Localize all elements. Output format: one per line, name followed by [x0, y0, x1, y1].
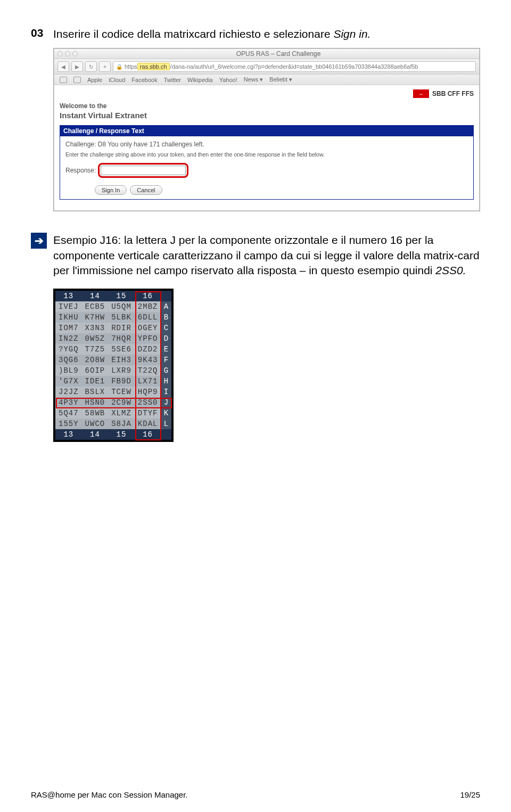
page-content: ↔ SBB CFF FFS Welcome to the Instant Vir…: [54, 85, 479, 210]
matrix-row-label: K: [161, 408, 171, 419]
signin-button[interactable]: Sign In: [95, 185, 127, 195]
matrix-cell: 155Y: [55, 419, 82, 429]
url-path: /dana-na/auth/url_8/welcome.cgi?p=defend…: [170, 63, 418, 70]
matrix-cell: IKHU: [55, 312, 82, 323]
matrix-col-footer: 16: [135, 429, 161, 440]
matrix-col-footer: 13: [55, 429, 82, 440]
challenge-text: Challenge: D8 You only have 171 challeng…: [65, 141, 468, 148]
matrix-cell: S8JA: [108, 419, 135, 429]
matrix-row-label: D: [161, 333, 171, 344]
sbb-logo-icon: ↔: [413, 89, 429, 98]
back-button[interactable]: ◀: [57, 61, 69, 72]
matrix-cell: IDE1: [82, 376, 109, 387]
bookmark-item[interactable]: News ▾: [244, 76, 263, 83]
matrix-cell: 2O8W: [82, 355, 109, 365]
matrix-cell: ECB5: [82, 301, 109, 312]
matrix-cell: TCEW: [108, 387, 135, 397]
browser-titlebar: OPUS RAS – Card Challenge: [54, 49, 479, 59]
bookmarks-icon[interactable]: [60, 77, 67, 83]
matrix-cell: 2C9W: [108, 397, 135, 408]
welcome-line2: Instant Virtual Extranet: [60, 111, 474, 120]
matrix-cell: T7Z5: [82, 344, 109, 355]
traffic-lights: [57, 51, 78, 56]
lock-icon: 🔒: [116, 64, 122, 70]
bookmark-item[interactable]: iCloud: [109, 77, 125, 83]
matrix-col-header: 13: [55, 291, 82, 301]
challenge-body: Challenge: D8 You only have 171 challeng…: [60, 136, 473, 199]
address-bar[interactable]: 🔒 https ras.sbb.ch /dana-na/auth/url_8/w…: [113, 61, 476, 72]
challenge-panel: Challenge / Response Text Challenge: D8 …: [60, 125, 474, 200]
matrix-row-label: F: [161, 355, 171, 365]
bookmark-item[interactable]: Beliebt ▾: [269, 76, 292, 83]
matrix-row-label: J: [161, 397, 171, 408]
browser-window: OPUS RAS – Card Challenge ◀ ▶ ↻ + 🔒 http…: [54, 48, 480, 211]
sbb-logo-text: SBB CFF FFS: [432, 90, 474, 97]
welcome-line1: Welcome to the: [60, 102, 474, 110]
url-host-highlight: ras.sbb.ch: [137, 63, 170, 70]
matrix-cell: 3QG6: [55, 355, 82, 365]
matrix-col-header: 15: [108, 291, 135, 301]
matrix-cell: HQP9: [135, 387, 161, 397]
matrix-cell: 5Q47: [55, 408, 82, 419]
add-button[interactable]: +: [99, 61, 111, 72]
matrix-cell: K7HW: [82, 312, 109, 323]
matrix-cell: 5SE6: [108, 344, 135, 355]
matrix-cell: UWCO: [82, 419, 109, 429]
matrix-col-footer: 14: [82, 429, 109, 440]
matrix-cell: U5QM: [108, 301, 135, 312]
matrix-cell: RDIR: [108, 323, 135, 333]
sbb-badge: ↔ SBB CFF FFS: [413, 89, 474, 98]
matrix-cell: X3N3: [82, 323, 109, 333]
step-instruction: Inserire il codice della matrixcard rich…: [53, 27, 480, 42]
matrix-cell: 58WB: [82, 408, 109, 419]
footer-left: RAS@home per Mac con Session Manager.: [31, 790, 188, 799]
bookmark-item[interactable]: Yahoo!: [219, 77, 237, 83]
matrix-cell: LX71: [135, 376, 161, 387]
footer-right: 19/25: [460, 790, 480, 799]
example-body: Esempio J16: la lettera J per la compone…: [53, 234, 480, 276]
example-text: Esempio J16: la lettera J per la compone…: [53, 233, 480, 278]
bookmark-item[interactable]: Twitter: [164, 77, 181, 83]
bookmark-item[interactable]: Facebook: [131, 77, 157, 83]
matrix-cell: 6OIP: [82, 365, 109, 376]
matrix-row-label: B: [161, 312, 171, 323]
matrix-row-label: G: [161, 365, 171, 376]
matrix-cell: EIH3: [108, 355, 135, 365]
matrixcard-table: 13141516IVEJECB5U5QM2MBZAIKHUK7HW5LBK6DL…: [55, 291, 171, 440]
matrix-cell: HSN0: [82, 397, 109, 408]
response-input-highlight: [98, 163, 188, 178]
matrix-row-label: A: [161, 301, 171, 312]
matrix-cell: IN2Z: [55, 333, 82, 344]
bookmark-item[interactable]: Apple: [87, 77, 102, 83]
matrix-cell: YPFO: [135, 333, 161, 344]
challenge-hint: Enter the challenge string above into yo…: [65, 151, 468, 158]
matrix-cell: )BL9: [55, 365, 82, 376]
cancel-button[interactable]: Cancel: [130, 185, 162, 195]
response-label: Response:: [65, 167, 96, 174]
matrix-cell: DZD2: [135, 344, 161, 355]
bookmark-item[interactable]: Wikipedia: [187, 77, 213, 83]
browser-title: OPUS RAS – Card Challenge: [81, 50, 476, 58]
browser-toolbar: ◀ ▶ ↻ + 🔒 https ras.sbb.ch /dana-na/auth…: [54, 59, 479, 75]
response-input[interactable]: [101, 166, 186, 175]
matrix-row-label: L: [161, 419, 171, 429]
matrix-col-header: 14: [82, 291, 109, 301]
matrix-cell: ?YGQ: [55, 344, 82, 355]
response-row: Response:: [65, 163, 468, 178]
matrix-cell: 7HQR: [108, 333, 135, 344]
matrix-row-label: I: [161, 387, 171, 397]
matrix-cell: 5LBK: [108, 312, 135, 323]
matrix-cell: OGEY: [135, 323, 161, 333]
page-footer: RAS@home per Mac con Session Manager. 19…: [31, 790, 480, 799]
step-number: 03: [31, 27, 47, 42]
matrix-col-footer: 15: [108, 429, 135, 440]
step-text-main: Inserire il codice della matrixcard rich…: [53, 28, 333, 40]
topsites-icon[interactable]: [73, 77, 81, 83]
matrix-row-label: E: [161, 344, 171, 355]
matrix-row-label: H: [161, 376, 171, 387]
matrix-cell: 4P3Y: [55, 397, 82, 408]
reload-button[interactable]: ↻: [85, 61, 97, 72]
browser-screenshot: OPUS RAS – Card Challenge ◀ ▶ ↻ + 🔒 http…: [53, 48, 480, 211]
matrix-cell: J2JZ: [55, 387, 82, 397]
forward-button[interactable]: ▶: [71, 61, 83, 72]
